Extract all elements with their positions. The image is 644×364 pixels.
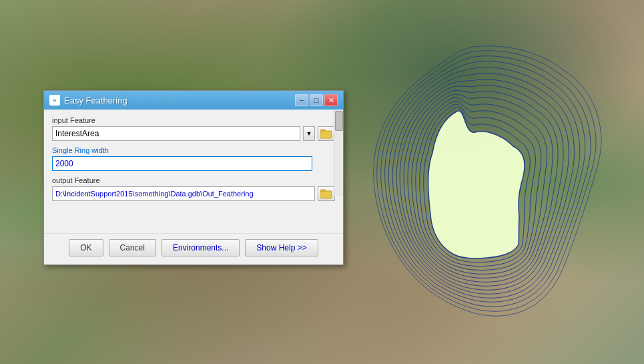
- dialog-footer: OK Cancel Environments... Show Help >>: [44, 233, 343, 264]
- close-button[interactable]: ✕: [324, 94, 338, 106]
- output-feature-input[interactable]: [52, 186, 315, 201]
- cancel-button[interactable]: Cancel: [109, 239, 156, 256]
- scrollbar[interactable]: [334, 110, 343, 196]
- scrollbar-thumb[interactable]: [335, 111, 343, 131]
- maximize-button[interactable]: □: [310, 94, 323, 106]
- folder-icon: [320, 128, 332, 139]
- single-ring-label: Single Ring width: [52, 146, 335, 154]
- dialog-window: ≡ Easy Feathering − □ ✕ input Feature In…: [43, 90, 344, 265]
- input-feature-value: InterestArea: [55, 129, 99, 138]
- window-controls: − □ ✕: [295, 94, 338, 106]
- folder-icon-2: [320, 188, 332, 199]
- dialog-body: input Feature InterestArea ▼ Single Ring…: [44, 110, 343, 233]
- input-feature-dropdown[interactable]: InterestArea: [52, 126, 300, 141]
- environments-button[interactable]: Environments...: [162, 239, 240, 256]
- input-feature-label: input Feature: [52, 116, 335, 124]
- minimize-button[interactable]: −: [295, 94, 308, 106]
- ok-button[interactable]: OK: [69, 239, 103, 256]
- feather-visualization: [350, 37, 604, 317]
- output-feature-folder-button[interactable]: [318, 186, 335, 201]
- dialog-titlebar[interactable]: ≡ Easy Feathering − □ ✕: [44, 91, 343, 110]
- input-feature-row: InterestArea ▼: [52, 126, 335, 141]
- input-feature-arrow[interactable]: ▼: [303, 126, 315, 141]
- dialog-title: Easy Feathering: [64, 96, 127, 106]
- title-left: ≡ Easy Feathering: [49, 95, 127, 106]
- show-help-button[interactable]: Show Help >>: [245, 239, 318, 256]
- single-ring-row: [52, 156, 335, 171]
- single-ring-input[interactable]: [52, 156, 312, 171]
- input-feature-folder-button[interactable]: [318, 126, 335, 141]
- dialog-app-icon: ≡: [49, 95, 60, 106]
- svg-rect-1: [320, 191, 332, 198]
- svg-rect-0: [320, 131, 332, 138]
- output-feature-row: [52, 186, 335, 201]
- output-feature-label: output Feature: [52, 176, 335, 184]
